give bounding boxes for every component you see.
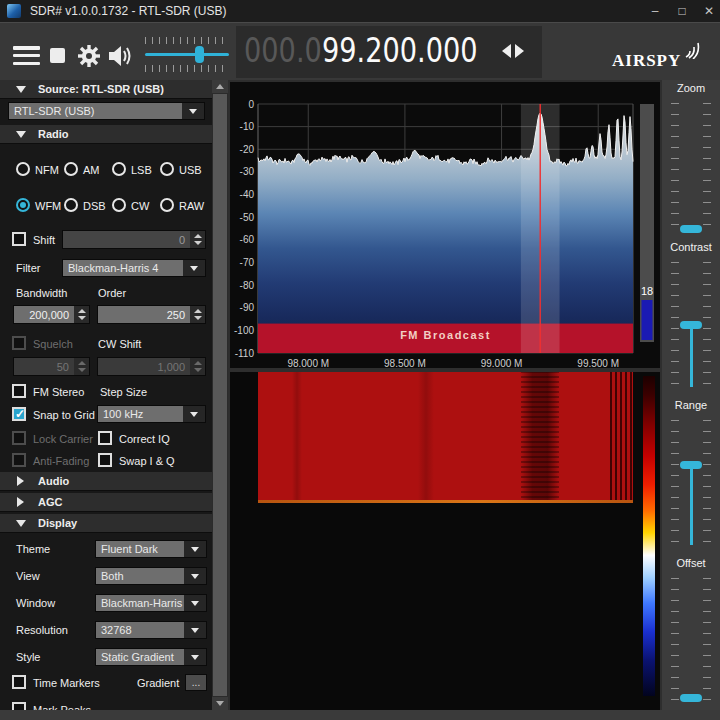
theme-dropdown[interactable]: Fluent Dark [95,540,207,558]
source-panel-header[interactable]: Source: RTL-SDR (USB) [0,80,212,99]
step-size-dropdown[interactable]: 100 kHz [97,405,206,423]
lock-carrier-checkbox[interactable] [12,431,26,445]
swap-iq-checkbox[interactable] [98,453,112,467]
radio-mode-dsb[interactable] [64,198,78,212]
gradient-edit-button[interactable]: ... [185,674,207,691]
window-function-dropdown[interactable]: Blackman-Harris 4 [95,594,207,612]
spinner-arrows-icon[interactable] [190,358,205,375]
chevron-down-icon[interactable] [182,103,204,119]
view-dropdown[interactable]: Both [95,567,207,585]
audio-panel-header[interactable]: Audio [0,472,212,491]
contrast-slider[interactable]: Contrast [662,241,720,257]
title-bar[interactable]: SDR# v1.0.0.1732 - RTL-SDR (USB) – □ ✕ [0,0,720,22]
chevron-down-icon[interactable] [184,541,206,557]
spinner-arrows-icon[interactable] [190,306,205,323]
spinner-arrows-icon[interactable] [74,306,89,323]
shift-checkbox[interactable] [12,232,26,246]
fm-stereo-checkbox[interactable] [12,384,26,398]
stop-icon[interactable] [50,48,65,63]
spinner-arrows-icon[interactable] [74,358,89,375]
chevron-down-icon[interactable] [184,649,206,665]
anti-fading-checkbox[interactable] [12,453,26,467]
scroll-up-icon[interactable] [212,80,228,93]
style-dropdown[interactable]: Static Gradient [95,648,207,666]
chevron-down-icon[interactable] [183,260,205,276]
step-size-value: 100 kHz [98,406,183,422]
close-icon[interactable]: ✕ [699,2,719,20]
gear-icon[interactable] [76,43,102,71]
slider-track[interactable] [671,103,711,233]
volume-thumb[interactable] [195,46,204,63]
radio-mode-raw[interactable] [160,198,174,212]
minimize-icon[interactable]: – [645,2,665,20]
cw-shift-spinner[interactable]: 1,000 [97,357,206,376]
svg-text:-20: -20 [240,144,255,155]
menu-icon[interactable] [13,46,40,65]
slider-track[interactable] [671,420,711,545]
chevron-down-icon[interactable] [184,595,206,611]
radio-mode-am[interactable] [64,162,78,176]
radio-mode-nfm[interactable] [16,162,30,176]
spectrum-plot[interactable]: 0-10-20-30-40-50-60-70-80-90-100-11098.0… [230,82,660,368]
svg-text:-10: -10 [240,121,255,132]
tune-up-icon[interactable] [515,44,524,58]
slider-thumb[interactable] [680,225,702,233]
bandwidth-spinner[interactable]: 200,000 [13,305,90,324]
display-panel-header[interactable]: Display [0,514,212,533]
source-device-dropdown[interactable]: RTL-SDR (USB) [8,102,205,120]
order-spinner[interactable]: 250 [97,305,206,324]
volume-track[interactable] [145,53,229,56]
tune-step-arrows[interactable] [502,44,524,58]
radio-mode-usb[interactable] [160,162,174,176]
radio-mode-lsb-label: LSB [131,164,152,176]
slider-track[interactable] [671,578,711,702]
chevron-down-icon[interactable] [184,622,206,638]
shift-label: Shift [33,234,55,246]
shift-spinner[interactable]: 0 [62,230,206,249]
filter-dropdown[interactable]: Blackman-Harris 4 [62,259,206,277]
slider-thumb[interactable] [680,461,702,469]
frequency-digits[interactable]: 000.099.200.000 [244,30,478,70]
zoom-slider[interactable]: Zoom [662,82,720,98]
collapse-icon[interactable] [16,86,26,93]
offset-slider[interactable]: Offset [662,557,720,573]
slider-thumb[interactable] [680,321,702,329]
svg-text:98.500 M: 98.500 M [384,358,426,368]
spectrum-display[interactable]: 0-10-20-30-40-50-60-70-80-90-100-11098.0… [230,82,660,368]
collapse-icon[interactable] [16,520,26,527]
radio-mode-cw[interactable] [112,198,126,212]
agc-panel-header[interactable]: AGC [0,493,212,512]
radio-mode-lsb[interactable] [112,162,126,176]
range-slider[interactable]: Range [662,399,720,415]
expand-icon[interactable] [17,476,24,486]
scroll-down-icon[interactable] [212,697,228,710]
waterfall-display[interactable] [230,372,660,710]
slider-ticks [703,578,711,702]
slider-thumb[interactable] [680,694,702,702]
collapse-icon[interactable] [16,131,26,138]
scrollbar-thumb[interactable] [213,94,227,696]
frequency-display[interactable]: 000.099.200.000 [236,26,542,78]
spinner-arrows-icon[interactable] [190,231,205,248]
snap-to-grid-checkbox[interactable] [12,407,26,421]
squelch-checkbox[interactable] [12,336,26,350]
volume-slider[interactable] [145,35,229,75]
maximize-icon[interactable]: □ [672,2,692,20]
chevron-down-icon[interactable] [183,406,205,422]
time-markers-checkbox[interactable] [12,675,26,689]
mark-peaks-checkbox[interactable] [12,702,26,710]
slider-ticks [671,103,679,233]
chevron-down-icon[interactable] [184,568,206,584]
expand-icon[interactable] [17,497,24,507]
resolution-dropdown[interactable]: 32768 [95,621,207,639]
sidebar-scrollbar[interactable] [212,80,228,710]
tune-down-icon[interactable] [502,44,511,58]
slider-track[interactable] [671,262,711,387]
waterfall-station-stripes [610,372,633,503]
speaker-icon[interactable] [108,45,135,69]
correct-iq-checkbox[interactable] [98,431,112,445]
radio-mode-wfm[interactable] [16,198,30,212]
squelch-spinner[interactable]: 50 [13,357,90,376]
step-size-label: Step Size [100,386,147,398]
radio-panel-header[interactable]: Radio [0,125,212,144]
